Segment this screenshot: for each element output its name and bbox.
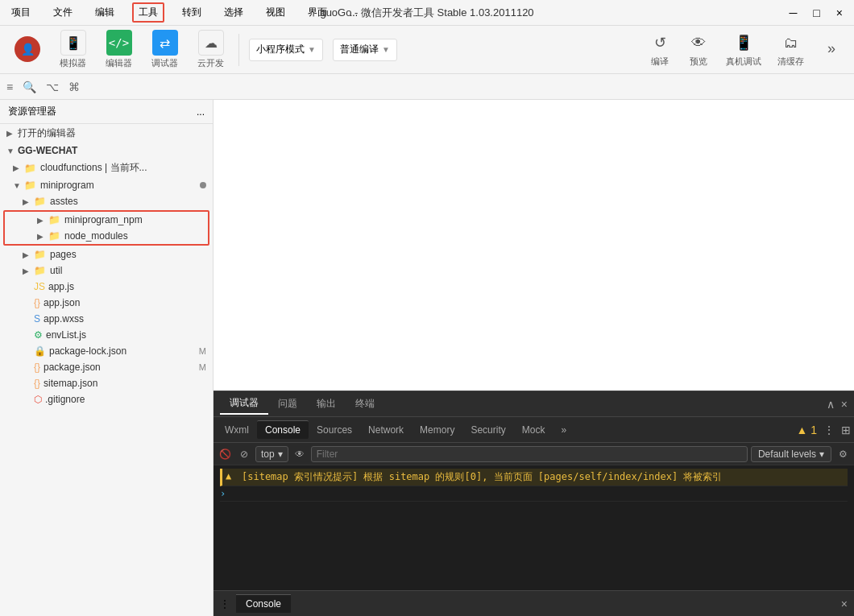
console-pause-button[interactable]: ⊘ xyxy=(236,446,252,462)
tab-network[interactable]: Network xyxy=(360,421,412,439)
clear-cache-button[interactable]: 🗂 清缓存 xyxy=(773,31,809,68)
sidebar-item-packagelockjson[interactable]: 🔒 package-lock.json M xyxy=(0,343,213,359)
toolbar-divider-1 xyxy=(238,34,239,66)
sidebar-more-icon[interactable]: ... xyxy=(197,106,205,118)
file-icon-env: ⚙ xyxy=(34,329,43,341)
console-warning-text: [sitemap 索引情况提示] 根据 sitemap 的规则[0], 当前页面… xyxy=(242,470,848,484)
tab-debugger[interactable]: 调试器 xyxy=(220,393,268,415)
mode-select[interactable]: 小程序模式 ▼ xyxy=(249,39,323,61)
console-dock-icon[interactable]: ⊞ xyxy=(841,424,851,436)
folder-icon: 📁 xyxy=(48,214,61,225)
more-button[interactable]: » xyxy=(815,38,848,62)
warning-count: ▲ 1 xyxy=(796,424,817,436)
title-bar: 项目 文件 编辑 工具 转到 选择 视图 界面 ... guoGo - 微信开发… xyxy=(0,0,854,26)
sidebar-item-appjson[interactable]: {} app.json xyxy=(0,295,213,311)
bottom-more-icon[interactable]: ⋮ xyxy=(220,598,230,610)
menu-view[interactable]: 视图 xyxy=(261,4,290,21)
context-arrow: ▾ xyxy=(278,449,283,460)
arrow-icon: ▶ xyxy=(13,163,24,172)
console-more-icon[interactable]: ⋮ xyxy=(823,424,835,436)
arrow-icon: ▶ xyxy=(23,250,34,259)
window-controls: ─ □ × xyxy=(784,5,848,21)
folder-icon: 📁 xyxy=(24,163,37,174)
sidebar-item-cloudfunctions[interactable]: ▶ 📁 cloudfunctions | 当前环... xyxy=(0,159,213,177)
tab-issues[interactable]: 问题 xyxy=(268,394,307,414)
tab-terminal[interactable]: 终端 xyxy=(346,394,384,414)
sidebar-item-sitemapjson[interactable]: {} sitemap.json xyxy=(0,375,213,391)
sidebar-item-pages[interactable]: ▶ 📁 pages xyxy=(0,246,213,263)
branch-icon[interactable]: ⌥ xyxy=(46,81,59,93)
bottom-close-icon[interactable]: × xyxy=(841,597,848,610)
expand-icon[interactable]: ∧ xyxy=(827,398,835,411)
menu-goto[interactable]: 转到 xyxy=(177,4,206,21)
close-button[interactable]: × xyxy=(831,5,848,21)
levels-select[interactable]: Default levels ▾ xyxy=(751,446,831,462)
sidebar-item-node-modules[interactable]: ▶ 📁 node_modules xyxy=(5,228,208,244)
menu-file[interactable]: 文件 xyxy=(48,4,77,21)
sidebar: 资源管理器 ... ▶ 打开的编辑器 ▼ GG-WECHAT ▶ 📁 cloud… xyxy=(0,100,214,616)
compile-button[interactable]: ↺ 编译 xyxy=(644,31,676,68)
editor-button[interactable]: </> 编辑器 xyxy=(97,27,140,72)
eye-button[interactable]: 👁 xyxy=(292,446,308,462)
preview-button[interactable]: 👁 预览 xyxy=(682,31,715,68)
tab-mock[interactable]: Mock xyxy=(514,421,553,439)
tab-wxml[interactable]: Wxml xyxy=(217,421,257,439)
modified-badge-m2: M xyxy=(199,362,206,372)
sidebar-item-root[interactable]: ▼ GG-WECHAT xyxy=(0,143,213,159)
maximize-button[interactable]: □ xyxy=(808,5,824,21)
compile-select-arrow: ▼ xyxy=(382,45,390,54)
sidebar-item-miniprogram[interactable]: ▼ 📁 miniprogram xyxy=(0,177,213,193)
minimize-button[interactable]: ─ xyxy=(784,5,802,21)
debugger-header-tabs: 调试器 问题 输出 终端 ∧ × xyxy=(214,391,854,417)
more-options-icon[interactable]: ⌘ xyxy=(68,81,80,93)
menu-select[interactable]: 选择 xyxy=(219,4,248,21)
filter-input[interactable] xyxy=(311,446,748,462)
console-toolbar: 🚫 ⊘ top ▾ 👁 Default levels ▾ ⚙ xyxy=(214,443,854,465)
menu-tools[interactable]: 工具 xyxy=(132,2,164,23)
console-tab-controls: ▲ 1 ⋮ ⊞ xyxy=(796,424,851,436)
console-clear-button[interactable]: 🚫 xyxy=(217,446,233,462)
simulator-button[interactable]: 📱 模拟器 xyxy=(52,27,94,72)
console-tabs: Wxml Console Sources Network Memory Secu… xyxy=(214,417,854,443)
sidebar-item-appjs[interactable]: JS app.js xyxy=(0,279,213,295)
close-debugger-icon[interactable]: × xyxy=(841,398,848,411)
search-icon[interactable]: 🔍 xyxy=(23,81,36,93)
modified-badge-m1: M xyxy=(199,346,206,356)
menu-icon[interactable]: ≡ xyxy=(6,81,13,93)
sidebar-item-asstes[interactable]: ▶ 📁 asstes xyxy=(0,193,213,209)
menu-edit[interactable]: 编辑 xyxy=(90,4,119,21)
tab-console[interactable]: Console xyxy=(257,420,309,439)
file-icon-wxss: S xyxy=(34,313,40,325)
folder-icon: 📁 xyxy=(34,249,47,260)
sidebar-item-appwxss[interactable]: S app.wxss xyxy=(0,311,213,327)
tab-output[interactable]: 输出 xyxy=(307,394,346,414)
editor-area xyxy=(214,100,854,391)
arrow-icon: ▶ xyxy=(23,197,34,206)
menu-project[interactable]: 项目 xyxy=(6,4,35,21)
arrow-icon: ▼ xyxy=(13,181,24,190)
sidebar-item-gitignore[interactable]: ⬡ .gitignore xyxy=(0,391,213,407)
debugger-button[interactable]: ⇄ 调试器 xyxy=(143,27,186,72)
sidebar-item-envlistjs[interactable]: ⚙ envList.js xyxy=(0,327,213,343)
sidebar-item-open-editors[interactable]: ▶ 打开的编辑器 xyxy=(0,124,213,143)
cloud-button[interactable]: ☁ 云开发 xyxy=(189,27,232,72)
tab-security[interactable]: Security xyxy=(462,421,513,439)
sidebar-item-miniprogram-npm[interactable]: ▶ 📁 miniprogram_npm xyxy=(5,212,208,228)
toolbar-right: ↺ 编译 👁 预览 📱 真机调试 🗂 清缓存 » xyxy=(644,31,848,68)
tab-more[interactable]: » xyxy=(553,421,574,439)
arrow-icon: ▶ xyxy=(23,267,34,275)
folder-icon: 📁 xyxy=(34,196,47,207)
sidebar-item-packagejson[interactable]: {} package.json M xyxy=(0,359,213,375)
avatar[interactable]: 👤 xyxy=(6,33,48,67)
bottom-bar: ⋮ Console × xyxy=(214,590,854,616)
content-area: 调试器 问题 输出 终端 ∧ × Wxml Console Sources Ne… xyxy=(214,100,854,616)
real-debug-button[interactable]: 📱 真机调试 xyxy=(721,31,766,68)
console-line-prompt[interactable]: › xyxy=(220,486,848,502)
bottom-tab-console[interactable]: Console xyxy=(236,594,291,613)
compile-select[interactable]: 普通编译 ▼ xyxy=(333,39,397,61)
sidebar-item-util[interactable]: ▶ 📁 util xyxy=(0,263,213,279)
tab-memory[interactable]: Memory xyxy=(412,421,462,439)
settings-button[interactable]: ⚙ xyxy=(835,446,851,462)
context-select[interactable]: top ▾ xyxy=(255,446,288,462)
tab-sources[interactable]: Sources xyxy=(309,421,360,439)
